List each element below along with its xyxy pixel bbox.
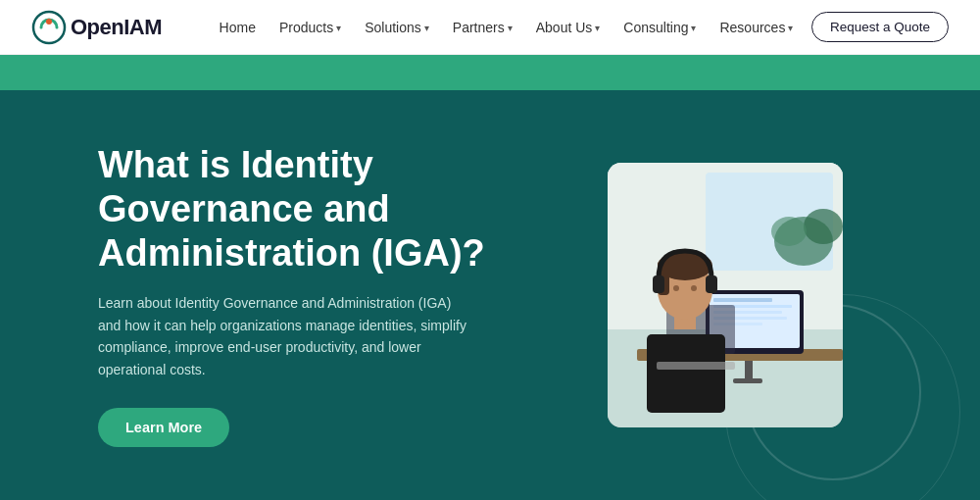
hero-title: What is Identity Governance and Administ… xyxy=(98,143,568,275)
navbar: OpenIAM Home Products ▾ Solutions ▾ Part… xyxy=(0,0,980,55)
chevron-down-icon: ▾ xyxy=(336,23,341,33)
hero-illustration xyxy=(608,163,843,427)
chevron-down-icon: ▾ xyxy=(788,23,793,33)
svg-point-6 xyxy=(804,209,843,244)
chevron-down-icon: ▾ xyxy=(595,23,600,33)
logo[interactable]: OpenIAM xyxy=(31,10,162,45)
svg-rect-24 xyxy=(653,275,664,293)
request-quote-button[interactable]: Request a Quote xyxy=(811,12,949,42)
hero-section: What is Identity Governance and Administ… xyxy=(0,90,980,500)
nav-about-us[interactable]: About Us ▾ xyxy=(526,14,611,41)
logo-text: OpenIAM xyxy=(71,15,162,40)
hero-image-wrap xyxy=(608,163,843,427)
svg-point-27 xyxy=(691,285,697,291)
nav-home[interactable]: Home xyxy=(210,14,266,41)
svg-rect-10 xyxy=(733,378,762,383)
chevron-down-icon: ▾ xyxy=(424,23,429,33)
openiam-logo-icon xyxy=(31,10,67,45)
green-banner xyxy=(0,55,980,90)
hero-description: Learn about Identity Governance and Admi… xyxy=(98,292,470,380)
nav-links: Home Products ▾ Solutions ▾ Partners ▾ A… xyxy=(201,14,811,41)
svg-point-1 xyxy=(46,19,52,25)
nav-solutions[interactable]: Solutions ▾ xyxy=(355,14,439,41)
learn-more-button[interactable]: Learn More xyxy=(98,408,229,447)
svg-rect-28 xyxy=(657,362,735,370)
nav-products[interactable]: Products ▾ xyxy=(270,14,351,41)
svg-point-0 xyxy=(33,12,65,43)
hero-image xyxy=(608,163,843,427)
svg-point-26 xyxy=(673,285,679,291)
svg-rect-25 xyxy=(706,275,717,293)
svg-rect-19 xyxy=(647,334,725,413)
chevron-down-icon: ▾ xyxy=(508,23,513,33)
nav-partners[interactable]: Partners ▾ xyxy=(443,14,522,41)
svg-point-7 xyxy=(771,217,807,246)
hero-content: What is Identity Governance and Administ… xyxy=(98,143,568,447)
nav-resources[interactable]: Resources ▾ xyxy=(710,14,803,41)
svg-rect-13 xyxy=(713,298,772,302)
nav-consulting[interactable]: Consulting ▾ xyxy=(613,14,706,41)
svg-rect-9 xyxy=(745,361,753,380)
chevron-down-icon: ▾ xyxy=(691,23,696,33)
